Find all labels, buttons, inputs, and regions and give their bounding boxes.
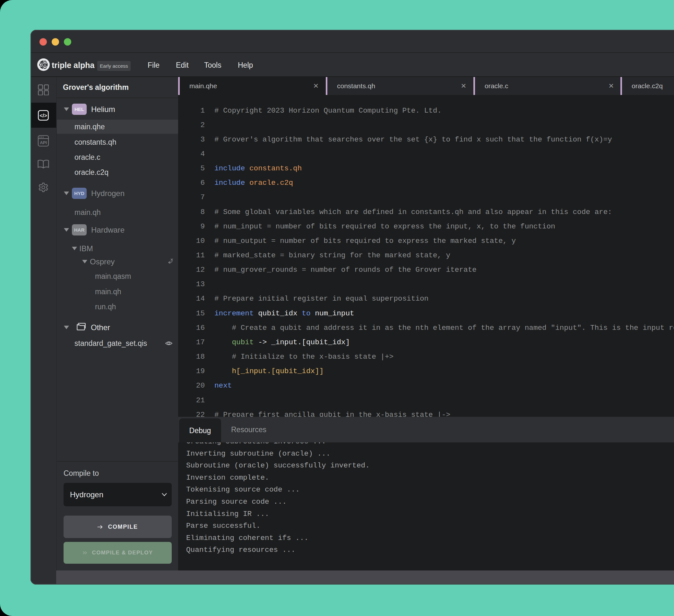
svg-text:API: API [40, 140, 47, 145]
svg-text:</>: </> [39, 113, 47, 118]
